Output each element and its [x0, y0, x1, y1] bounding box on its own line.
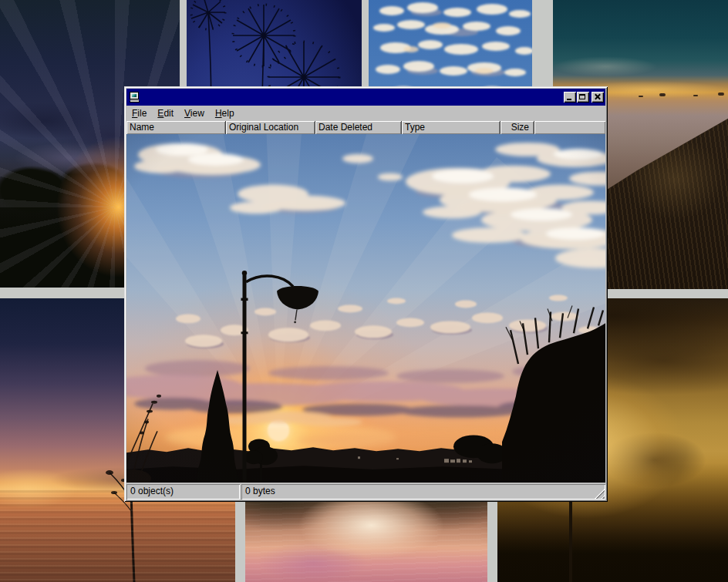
computer-icon[interactable] — [129, 91, 141, 103]
menu-view[interactable]: View — [180, 107, 209, 120]
lamp-post-sunset-photo — [126, 134, 605, 483]
column-header-date-deleted[interactable]: Date Deleted — [315, 121, 402, 134]
file-list-area[interactable] — [126, 134, 605, 483]
list-view: Name Original Location Date Deleted Type… — [126, 121, 605, 483]
desktop: File Edit View Help Name Original Locati… — [0, 0, 728, 582]
maximize-button[interactable] — [577, 92, 589, 103]
water-ripples — [0, 489, 235, 582]
minimize-icon — [567, 99, 571, 100]
column-header-blank — [534, 121, 605, 134]
column-header-original-location[interactable]: Original Location — [226, 121, 315, 134]
minimize-button[interactable] — [564, 92, 576, 103]
column-headers: Name Original Location Date Deleted Type… — [126, 121, 605, 134]
column-header-name[interactable]: Name — [126, 121, 226, 134]
statusbar: 0 object(s) 0 bytes — [126, 484, 605, 500]
column-header-type[interactable]: Type — [402, 121, 501, 134]
menu-edit[interactable]: Edit — [153, 107, 178, 120]
close-icon — [595, 94, 600, 99]
titlebar[interactable] — [126, 89, 605, 106]
recycle-bin-window: File Edit View Help Name Original Locati… — [124, 86, 608, 502]
status-object-count: 0 object(s) — [126, 484, 240, 500]
column-header-size[interactable]: Size — [501, 121, 534, 134]
menu-help[interactable]: Help — [211, 107, 239, 120]
menubar: File Edit View Help — [126, 106, 605, 121]
close-button[interactable] — [592, 92, 604, 103]
maximize-icon — [579, 94, 585, 99]
status-byte-count: 0 bytes — [241, 484, 605, 500]
menu-file[interactable]: File — [127, 107, 151, 120]
